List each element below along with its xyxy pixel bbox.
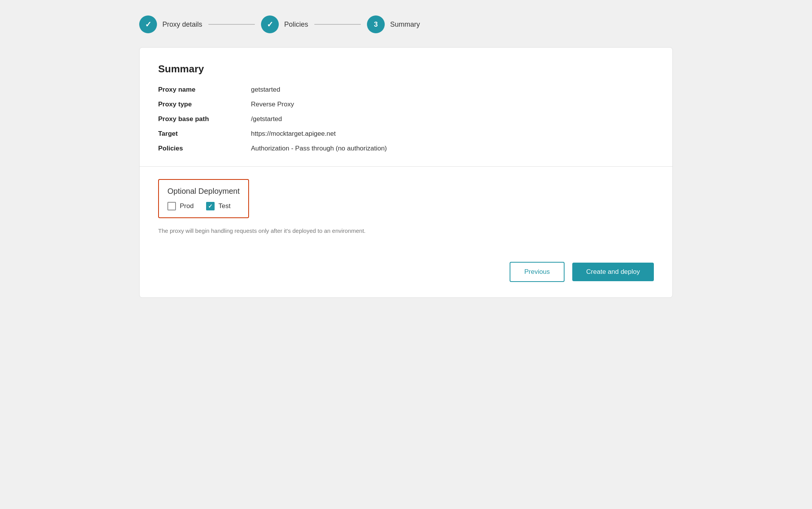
summary-section: Summary Proxy name getstarted Proxy type… [140, 48, 672, 167]
summary-value-proxy-base-path: /getstarted [251, 115, 654, 123]
step-policies: Policies [261, 15, 308, 33]
summary-title: Summary [158, 63, 654, 75]
step-circle-summary: 3 [367, 15, 385, 33]
main-container: Proxy details Policies 3 Summary Summary… [139, 15, 673, 298]
test-checkbox[interactable] [206, 202, 215, 210]
step-number-summary: 3 [374, 20, 378, 29]
summary-value-proxy-name: getstarted [251, 86, 654, 94]
wizard-card: Summary Proxy name getstarted Proxy type… [139, 47, 673, 298]
stepper: Proxy details Policies 3 Summary [139, 15, 673, 33]
summary-value-target: https://mocktarget.apigee.net [251, 130, 654, 138]
summary-key-proxy-name: Proxy name [158, 86, 251, 94]
previous-button[interactable]: Previous [510, 262, 565, 282]
summary-value-proxy-type: Reverse Proxy [251, 101, 654, 108]
optional-deployment-box: Optional Deployment Prod Test [158, 179, 249, 218]
create-and-deploy-button[interactable]: Create and deploy [572, 263, 654, 281]
summary-key-target: Target [158, 130, 251, 138]
summary-value-policies: Authorization - Pass through (no authori… [251, 145, 654, 152]
summary-table: Proxy name getstarted Proxy type Reverse… [158, 86, 654, 152]
deployment-note: The proxy will begin handling requests o… [158, 227, 654, 234]
step-summary: 3 Summary [367, 15, 420, 33]
summary-key-policies: Policies [158, 145, 251, 152]
summary-key-proxy-type: Proxy type [158, 101, 251, 108]
step-circle-proxy-details [139, 15, 157, 33]
optional-deployment-title: Optional Deployment [167, 187, 240, 196]
prod-checkbox-item[interactable]: Prod [167, 202, 194, 210]
optional-deployment-section: Optional Deployment Prod Test The proxy … [140, 167, 672, 249]
step-circle-policies [261, 15, 279, 33]
footer: Previous Create and deploy [140, 249, 672, 297]
step-connector-1 [208, 24, 255, 25]
test-checkbox-item[interactable]: Test [206, 202, 230, 210]
checkbox-group: Prod Test [167, 202, 240, 210]
step-label-proxy-details: Proxy details [162, 20, 202, 29]
test-checkbox-label: Test [218, 202, 230, 210]
step-label-summary: Summary [390, 20, 420, 29]
step-connector-2 [314, 24, 361, 25]
step-label-policies: Policies [284, 20, 308, 29]
step-proxy-details: Proxy details [139, 15, 202, 33]
prod-checkbox-label: Prod [180, 202, 194, 210]
summary-key-proxy-base-path: Proxy base path [158, 115, 251, 123]
prod-checkbox[interactable] [167, 202, 176, 210]
